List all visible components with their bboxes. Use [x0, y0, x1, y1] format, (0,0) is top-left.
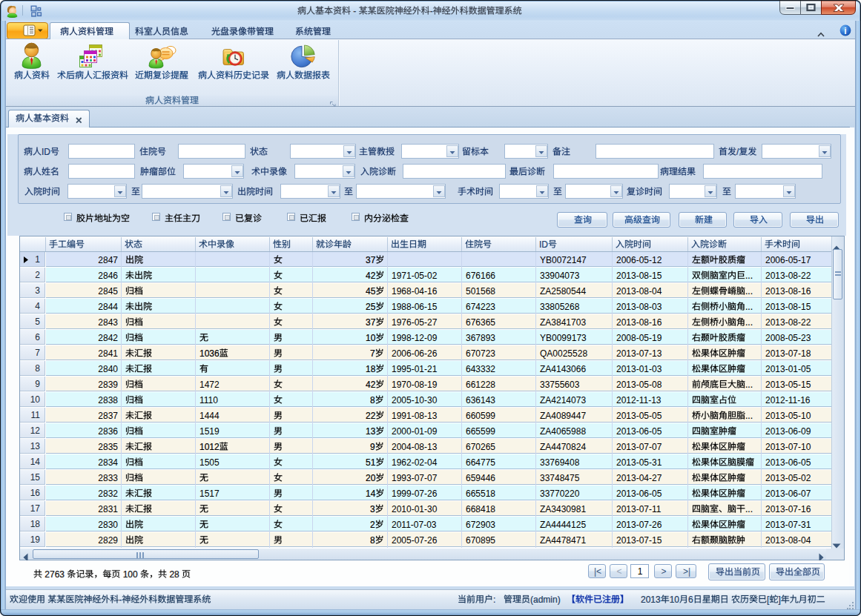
- svg-text:...: ...: [745, 504, 753, 514]
- svg-text:28: 28: [167, 569, 182, 580]
- svg-text:1036: 1036: [199, 348, 220, 359]
- svg-text:[: [: [767, 595, 770, 605]
- svg-text:13: 13: [366, 426, 376, 437]
- svg-text:51: 51: [366, 457, 376, 468]
- svg-text:25: 25: [366, 302, 376, 312]
- svg-text:1012: 1012: [199, 442, 220, 452]
- svg-text:100: 100: [120, 569, 140, 580]
- svg-text:42: 42: [366, 380, 376, 390]
- svg-text:37: 37: [366, 255, 376, 265]
- svg-text:(admin): (admin): [530, 595, 561, 605]
- svg-text:2: 2: [370, 520, 375, 530]
- svg-text:...: ...: [745, 286, 753, 297]
- svg-text:6: 6: [688, 595, 693, 605]
- svg-text:-: -: [351, 6, 359, 16]
- svg-text:7: 7: [370, 348, 375, 359]
- svg-text:i: i: [844, 26, 846, 36]
- svg-text:ID: ID: [539, 239, 548, 250]
- svg-text:20: 20: [366, 473, 376, 483]
- svg-text:...: ...: [745, 411, 753, 421]
- svg-text:9: 9: [370, 442, 375, 452]
- svg-text:10: 10: [366, 333, 376, 343]
- svg-text:3: 3: [370, 504, 375, 514]
- svg-text:-: -: [429, 6, 432, 16]
- svg-text:8: 8: [370, 535, 375, 546]
- svg-text:2763: 2763: [42, 569, 67, 580]
- svg-text:...: ...: [745, 271, 753, 281]
- svg-text:ID: ID: [42, 147, 50, 157]
- svg-text:2013: 2013: [641, 595, 661, 605]
- svg-text:/: /: [736, 147, 739, 157]
- svg-text:42: 42: [366, 271, 376, 281]
- svg-text:45: 45: [366, 286, 376, 297]
- svg-text:10: 10: [670, 595, 680, 605]
- svg-text:18: 18: [366, 364, 376, 374]
- svg-text:8: 8: [370, 395, 375, 405]
- svg-text:]: ]: [778, 595, 780, 605]
- svg-text:...: ...: [745, 380, 753, 390]
- svg-text:-: -: [119, 595, 122, 605]
- svg-text:37: 37: [366, 317, 376, 328]
- svg-text:...: ...: [745, 317, 753, 328]
- svg-text:22: 22: [366, 411, 376, 421]
- svg-text:14: 14: [366, 489, 376, 499]
- svg-text::: :: [493, 595, 495, 605]
- svg-text:...: ...: [745, 302, 753, 312]
